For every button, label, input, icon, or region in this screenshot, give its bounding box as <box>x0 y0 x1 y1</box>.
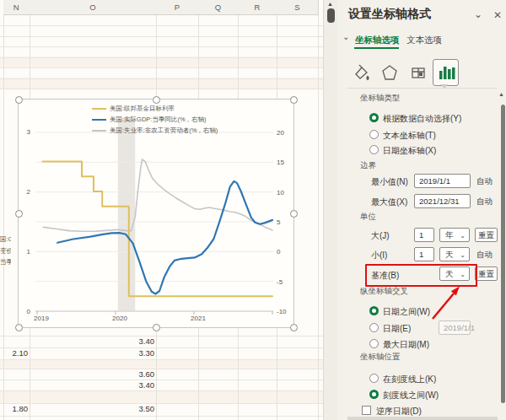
min-label: 最小值(N) <box>371 176 408 188</box>
column-header-Q[interactable]: Q <box>198 0 238 15</box>
axis-options-icon-selected[interactable] <box>433 59 459 86</box>
scroll-up-icon[interactable]: ▲ <box>327 1 333 7</box>
selection-handle[interactable] <box>15 324 23 331</box>
row-gridline <box>0 380 323 380</box>
radio-auto-select[interactable] <box>369 113 379 122</box>
sheet-cell[interactable]: 3.30 <box>121 348 154 358</box>
excel-window: NOPQRS 3.402.103.303.603.401.803.50 国:GD… <box>0 0 506 420</box>
sheet-cell[interactable]: 3.50 <box>121 404 154 414</box>
minor-unit-value: 天 <box>445 250 454 259</box>
right-axis-label[interactable]: 5 <box>277 218 281 226</box>
min-value-input[interactable]: 2019/1/1 <box>414 174 471 188</box>
radio-between-dates[interactable] <box>369 306 379 315</box>
right-axis-label[interactable]: -5 <box>277 278 283 286</box>
column-header-R[interactable]: R <box>238 0 277 15</box>
row-gridline <box>0 36 323 37</box>
radio-at-date[interactable] <box>369 323 379 332</box>
column-header-S[interactable]: S <box>277 0 318 15</box>
legend-item[interactable]: 美国:失业率:非农工资劳动者(%，右轴) <box>92 127 218 135</box>
pane-scrollbar-thumb[interactable] <box>501 105 505 403</box>
effects-icon[interactable] <box>380 62 400 83</box>
major-unit-dropdown[interactable]: 年 ⌄ <box>439 228 470 242</box>
radio-max-date[interactable] <box>369 339 379 348</box>
right-axis-label[interactable]: 15 <box>277 159 284 166</box>
min-auto-button[interactable]: 自动 <box>476 176 493 187</box>
radio-between-ticks[interactable] <box>369 390 379 399</box>
dropdown-arrow-icon: ⌄ <box>460 229 466 242</box>
minor-unit-dropdown[interactable]: 天 ⌄ <box>439 247 470 261</box>
row-shading-band <box>0 359 323 369</box>
selection-handle[interactable] <box>153 96 160 104</box>
series-line[interactable] <box>57 181 272 294</box>
sheet-cell[interactable]: 1.80 <box>0 404 28 414</box>
selection-handle[interactable] <box>153 324 160 331</box>
column-header-N[interactable]: N <box>3 0 30 15</box>
minor-auto-button[interactable]: 自动 <box>476 250 493 261</box>
radio-text-axis[interactable] <box>369 130 379 139</box>
sheet-cell[interactable]: 3.60 <box>121 369 154 380</box>
format-axis-pane: 设置坐标轴格式 ⌄ ✕ ⌄ 坐标轴选项 文本选项 <box>337 0 506 420</box>
legend-item[interactable]: 美国:联邦基金目标利率 <box>92 105 175 113</box>
major-reset-button[interactable]: 重置 <box>475 228 498 242</box>
selection-handle[interactable] <box>290 210 298 218</box>
minor-unit-label: 小(I) <box>371 250 387 261</box>
series-line[interactable] <box>43 162 273 297</box>
reverse-dates-label: 逆序日期(D) <box>376 406 422 417</box>
legend-swatch <box>92 119 106 121</box>
row-gridline <box>0 78 323 79</box>
pane-scroll-up-icon[interactable]: ▲ <box>498 91 504 97</box>
max-auto-button[interactable]: 自动 <box>476 197 493 207</box>
sheet-cell[interactable]: 2.10 <box>0 348 28 358</box>
major-unit-input[interactable]: 1 <box>414 228 434 242</box>
close-icon[interactable]: ✕ <box>493 9 502 21</box>
header-separator <box>318 0 319 14</box>
minor-unit-input[interactable]: 1 <box>414 247 434 261</box>
column-header-P[interactable]: P <box>156 0 198 15</box>
sheet-vertical-scrollbar[interactable]: ▲ <box>323 0 337 420</box>
section-axis-type: 坐标轴类型 <box>360 93 401 104</box>
max-value-input[interactable]: 2021/12/31 <box>414 194 471 208</box>
size-properties-icon[interactable] <box>408 62 428 83</box>
legend-label: 美国:联邦基金目标利率 <box>110 105 175 113</box>
row-gridline <box>0 347 323 348</box>
section-units: 单位 <box>360 212 376 223</box>
sheet-cell[interactable]: 3.40 <box>121 337 154 347</box>
radio-on-ticks[interactable] <box>369 374 379 383</box>
x-axis-label[interactable]: 2019 <box>34 315 49 322</box>
collapse-icon[interactable]: ⌄ <box>474 8 482 20</box>
column-gridline <box>318 14 319 420</box>
right-axis-label[interactable]: 10 <box>277 189 284 197</box>
crosses-date-input[interactable]: 2019/1/1 <box>439 320 471 335</box>
radio-date-axis[interactable] <box>369 145 379 154</box>
row-gridline <box>0 403 323 404</box>
left-axis-label[interactable]: 2 <box>27 188 31 196</box>
tab-text-options[interactable]: 文本选项 <box>406 35 442 46</box>
left-axis-label[interactable]: 3 <box>27 128 31 136</box>
selection-handle[interactable] <box>15 210 23 218</box>
radio-between-dates-label: 日期之间(W) <box>383 306 430 318</box>
left-axis-label[interactable]: 0 <box>27 308 31 315</box>
series-line[interactable] <box>43 159 272 231</box>
clipped-text-fragment: 国:GD <box>0 234 11 245</box>
radio-at-date-label: 日期(E) <box>383 323 411 335</box>
selection-handle[interactable] <box>290 96 298 104</box>
fill-line-icon[interactable] <box>351 62 371 83</box>
tab-axis-options[interactable]: 坐标轴选项 <box>355 35 400 46</box>
sheet-cell[interactable]: 3.40 <box>121 380 154 390</box>
x-axis-label[interactable]: 2020 <box>112 315 127 322</box>
scrollbar-thumb[interactable] <box>327 8 335 23</box>
right-axis-label[interactable]: 20 <box>277 129 284 137</box>
legend-item[interactable]: 美国:实际GDP:当季同比(%，右轴) <box>92 116 207 124</box>
column-header-O[interactable]: O <box>30 0 156 15</box>
reverse-dates-checkbox[interactable] <box>362 406 371 415</box>
selection-handle[interactable] <box>290 324 298 331</box>
selection-handle[interactable] <box>15 96 23 104</box>
x-axis-label[interactable]: 2021 <box>191 315 206 322</box>
legend-swatch <box>92 108 106 110</box>
right-axis-label[interactable]: -10 <box>277 308 287 315</box>
base-reset-button[interactable]: 重置 <box>475 267 498 281</box>
legend-label: 美国:失业率:非农工资劳动者(%，右轴) <box>110 127 218 135</box>
right-axis-label[interactable]: 0 <box>277 248 281 256</box>
chart-object[interactable]: 321020151050-5-10201920202021 美国:联邦基金目标利… <box>18 99 294 328</box>
left-axis-label[interactable]: 1 <box>27 248 31 256</box>
